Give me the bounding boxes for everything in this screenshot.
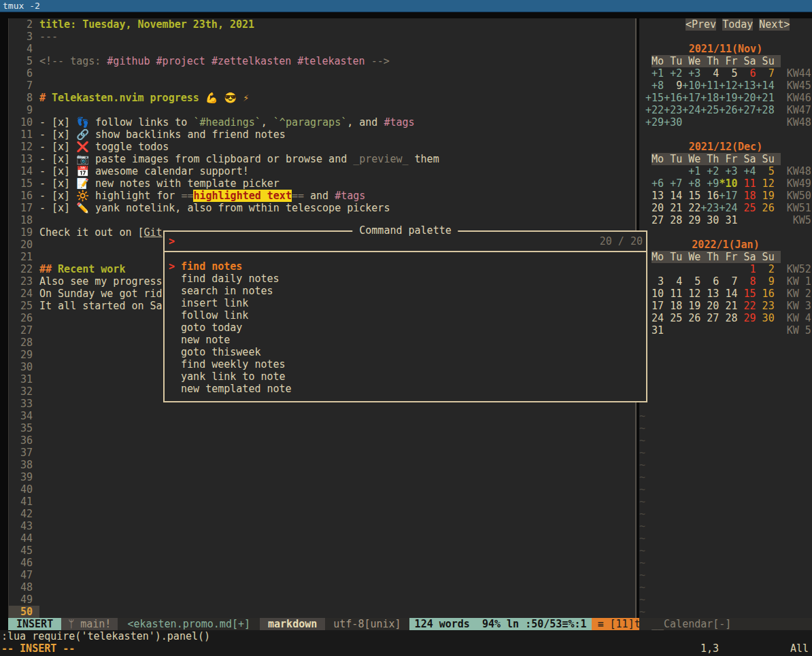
calendar-day[interactable]: 22 — [682, 202, 700, 214]
calendar-day[interactable]: +27 — [738, 104, 756, 116]
calendar-day[interactable]: 30 — [700, 214, 719, 226]
calendar-day[interactable]: +7 — [664, 177, 682, 190]
calendar-day[interactable]: 1 — [738, 263, 756, 275]
command-palette[interactable]: Command palette > 20 / 20 > find notes f… — [163, 230, 647, 402]
calendar-next-button[interactable]: Next> — [759, 18, 790, 31]
calendar-day[interactable]: +13 — [738, 80, 756, 92]
calendar-day[interactable]: 6 — [738, 67, 756, 80]
palette-item[interactable]: goto thisweek — [165, 346, 646, 358]
calendar-day[interactable]: 31 — [719, 214, 737, 226]
palette-item[interactable]: yank link to note — [165, 370, 646, 383]
calendar-day[interactable]: +23 — [664, 104, 682, 116]
calendar-day[interactable]: +15 — [645, 92, 664, 104]
calendar-day[interactable]: 28 — [719, 312, 737, 324]
calendar-day[interactable]: +8 — [645, 80, 664, 92]
calendar-day[interactable]: 23 — [756, 300, 775, 312]
calendar-today-button[interactable]: Today — [722, 18, 753, 31]
calendar-day[interactable]: 29 — [738, 312, 756, 324]
calendar-day[interactable]: 13 — [645, 190, 664, 202]
calendar-day[interactable]: 11 — [664, 288, 682, 300]
calendar-day[interactable]: +23 — [700, 202, 719, 214]
calendar-day[interactable]: +22 — [645, 104, 664, 116]
calendar-day[interactable]: 7 — [756, 67, 775, 80]
calendar-day[interactable]: +8 — [682, 177, 700, 190]
calendar-day[interactable]: +3 — [682, 67, 700, 80]
calendar-day[interactable]: 16 — [700, 190, 719, 202]
calendar-day[interactable]: 31 — [645, 324, 664, 336]
calendar-day[interactable]: +9 — [700, 177, 719, 190]
calendar-day[interactable]: 17 — [645, 300, 664, 312]
calendar-day[interactable]: +26 — [719, 104, 737, 116]
calendar-day[interactable]: 8 — [738, 275, 756, 288]
calendar-day[interactable]: 26 — [682, 312, 700, 324]
calendar-day[interactable]: +17 — [682, 92, 700, 104]
palette-item[interactable]: find weekly notes — [165, 358, 646, 370]
calendar-day[interactable]: 7 — [719, 275, 737, 288]
calendar-day[interactable]: +14 — [756, 80, 775, 92]
calendar-day[interactable]: 13 — [700, 288, 719, 300]
calendar-day[interactable]: 20 — [700, 300, 719, 312]
calendar-day[interactable]: +11 — [700, 80, 719, 92]
calendar-day[interactable]: 18 — [738, 190, 756, 202]
calendar-day[interactable]: 4 — [700, 67, 719, 80]
calendar-day[interactable]: 25 — [738, 202, 756, 214]
calendar-day[interactable]: +1 — [682, 165, 700, 177]
calendar-day[interactable]: 18 — [664, 300, 682, 312]
calendar-day[interactable]: +17 — [719, 190, 737, 202]
calendar-day[interactable]: +24 — [719, 202, 737, 214]
command-line-area[interactable]: :lua require('telekasten').panel() -- IN… — [0, 630, 812, 656]
calendar-day[interactable]: +21 — [756, 92, 775, 104]
calendar-prev-button[interactable]: <Prev — [686, 18, 716, 31]
calendar-day[interactable]: 14 — [719, 288, 737, 300]
calendar-day[interactable]: +28 — [756, 104, 775, 116]
calendar-day[interactable]: 19 — [682, 300, 700, 312]
calendar-day[interactable]: 14 — [664, 190, 682, 202]
palette-item[interactable]: new templated note — [165, 383, 646, 395]
calendar-day[interactable]: +2 — [664, 67, 682, 80]
calendar-day[interactable]: +24 — [682, 104, 700, 116]
calendar-day[interactable]: 27 — [700, 312, 719, 324]
calendar-day[interactable]: +3 — [719, 165, 737, 177]
calendar-day[interactable]: *10 — [719, 177, 737, 190]
palette-item[interactable]: find daily notes — [165, 273, 646, 285]
calendar-day[interactable]: 5 — [756, 165, 775, 177]
calendar-day[interactable]: 24 — [645, 312, 664, 324]
calendar-day[interactable]: 10 — [645, 288, 664, 300]
calendar-day[interactable]: 28 — [664, 214, 682, 226]
calendar-day[interactable]: 20 — [645, 202, 664, 214]
calendar-day[interactable]: 6 — [700, 275, 719, 288]
calendar-day[interactable]: 29 — [682, 214, 700, 226]
calendar-day[interactable]: 11 — [738, 177, 756, 190]
calendar-day[interactable]: 26 — [756, 202, 775, 214]
palette-item[interactable]: insert link — [165, 297, 646, 309]
calendar-day[interactable]: 3 — [645, 275, 664, 288]
calendar-day[interactable]: +6 — [645, 177, 664, 190]
calendar-day[interactable]: 21 — [719, 300, 737, 312]
calendar-day[interactable]: 9 — [756, 275, 775, 288]
calendar-day[interactable]: 5 — [682, 275, 700, 288]
calendar-day[interactable]: 15 — [738, 288, 756, 300]
calendar-day[interactable]: 19 — [756, 190, 775, 202]
calendar-day[interactable]: 4 — [664, 275, 682, 288]
calendar-day[interactable]: +12 — [719, 80, 737, 92]
calendar-day[interactable]: +20 — [738, 92, 756, 104]
calendar-day[interactable]: 15 — [682, 190, 700, 202]
palette-item[interactable]: new note — [165, 334, 646, 346]
palette-item[interactable]: follow link — [165, 309, 646, 322]
calendar-day[interactable]: 5 — [719, 67, 737, 80]
calendar-window[interactable]: <PrevTodayNext> 2021/11(Nov) Mo Tu We Th… — [639, 18, 812, 618]
calendar-day[interactable]: +1 — [645, 67, 664, 80]
calendar-day[interactable]: 16 — [756, 288, 775, 300]
calendar-day[interactable]: +10 — [682, 80, 700, 92]
palette-item[interactable]: search in notes — [165, 285, 646, 297]
calendar-day[interactable]: 9 — [664, 80, 682, 92]
calendar-day[interactable]: 30 — [756, 312, 775, 324]
calendar-day[interactable]: 27 — [645, 214, 664, 226]
palette-item[interactable]: goto today — [165, 322, 646, 334]
calendar-day[interactable]: +16 — [664, 92, 682, 104]
calendar-day[interactable]: +29 — [645, 116, 664, 128]
calendar-day[interactable]: 22 — [738, 300, 756, 312]
calendar-day[interactable]: 21 — [664, 202, 682, 214]
calendar-day[interactable]: +4 — [738, 165, 756, 177]
palette-item[interactable]: > find notes — [165, 260, 646, 273]
